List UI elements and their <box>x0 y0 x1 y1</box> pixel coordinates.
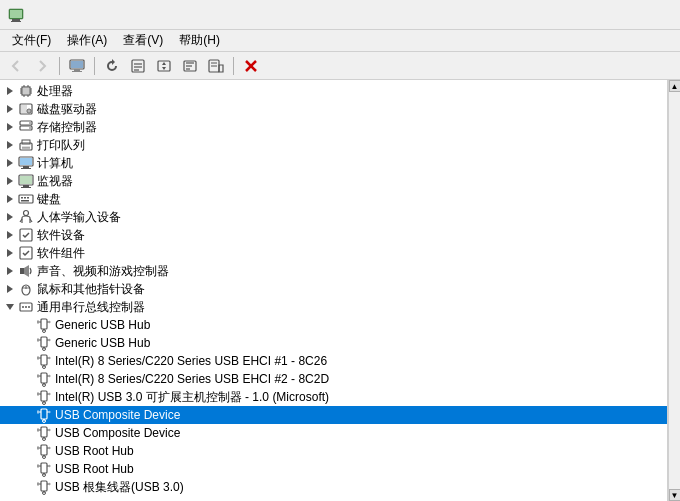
expand-btn-mouse[interactable] <box>2 281 18 297</box>
expand-btn-serial[interactable] <box>2 299 18 315</box>
expand-btn-disk[interactable] <box>2 101 18 117</box>
svg-marker-83 <box>6 304 14 310</box>
uninstall-button[interactable] <box>204 55 228 77</box>
tree-item-computer[interactable]: 计算机 <box>0 154 667 172</box>
svg-rect-109 <box>41 373 47 383</box>
expand-btn-audio[interactable] <box>2 263 18 279</box>
icon-audio <box>18 263 34 279</box>
minimize-button[interactable] <box>534 0 580 30</box>
svg-rect-64 <box>21 197 23 199</box>
icon-human <box>18 209 34 225</box>
menu-help[interactable]: 帮助(H) <box>171 30 228 51</box>
tree-item-usb-composite-2[interactable]: USB Composite Device <box>0 424 667 442</box>
tree-item-usb-composite-1[interactable]: USB Composite Device <box>0 406 667 424</box>
svg-rect-59 <box>20 176 32 184</box>
tree-item-mouse[interactable]: 鼠标和其他指针设备 <box>0 280 667 298</box>
back-icon <box>8 58 24 74</box>
expand-btn-printer[interactable] <box>2 137 18 153</box>
tree-panel[interactable]: 处理器磁盘驱动器存储控制器打印队列计算机监视器键盘人体学输入设备软件设备软件组件… <box>0 80 668 501</box>
tree-item-software-comp[interactable]: 软件组件 <box>0 244 667 262</box>
svg-rect-92 <box>37 321 39 324</box>
svg-marker-37 <box>7 105 13 113</box>
svg-marker-72 <box>7 231 13 239</box>
title-bar <box>0 0 680 30</box>
expand-btn-storage[interactable] <box>2 119 18 135</box>
expand-btn-processor[interactable] <box>2 83 18 99</box>
update-driver-button[interactable] <box>152 55 176 77</box>
menu-view[interactable]: 查看(V) <box>115 30 171 51</box>
label-storage: 存储控制器 <box>37 119 97 136</box>
svg-rect-137 <box>41 445 47 455</box>
toolbar <box>0 52 680 80</box>
icon-computer <box>18 155 34 171</box>
svg-rect-155 <box>37 483 39 486</box>
scrollbar[interactable]: ▲ ▼ <box>668 80 680 501</box>
expand-btn-intel-ehci-2 <box>20 371 36 387</box>
svg-marker-74 <box>7 249 13 257</box>
scroll-up-button[interactable]: ▲ <box>669 80 681 92</box>
back-button[interactable] <box>4 55 28 77</box>
tree-item-monitor[interactable]: 监视器 <box>0 172 667 190</box>
tree-item-intel-ehci-2[interactable]: Intel(R) 8 Series/C220 Series USB EHCI #… <box>0 370 667 388</box>
tree-item-intel-ehci-1[interactable]: Intel(R) 8 Series/C220 Series USB EHCI #… <box>0 352 667 370</box>
tree-item-processor[interactable]: 处理器 <box>0 82 667 100</box>
svg-rect-102 <box>41 355 47 365</box>
remove-button[interactable] <box>239 55 263 77</box>
toolbar-sep-2 <box>94 57 95 75</box>
tree-item-printer[interactable]: 打印队列 <box>0 136 667 154</box>
tree-item-audio[interactable]: 声音、视频和游戏控制器 <box>0 262 667 280</box>
svg-rect-56 <box>21 168 31 169</box>
svg-rect-77 <box>20 268 24 274</box>
svg-marker-143 <box>49 447 51 450</box>
menu-action[interactable]: 操作(A) <box>59 30 115 51</box>
svg-rect-6 <box>74 69 80 71</box>
tree-item-serial[interactable]: 通用串行总线控制器 <box>0 298 667 316</box>
svg-rect-95 <box>41 337 47 347</box>
refresh-button[interactable] <box>100 55 124 77</box>
label-software-dev: 软件设备 <box>37 227 85 244</box>
tree-item-human-input[interactable]: 人体学输入设备 <box>0 208 667 226</box>
expand-btn-monitor[interactable] <box>2 173 18 189</box>
tree-item-software-dev[interactable]: 软件设备 <box>0 226 667 244</box>
scroll-down-button[interactable]: ▼ <box>669 489 681 501</box>
svg-marker-101 <box>49 339 51 342</box>
svg-marker-62 <box>7 195 13 203</box>
label-printer: 打印队列 <box>37 137 85 154</box>
expand-btn-human-input[interactable] <box>2 209 18 225</box>
tree-item-storage[interactable]: 存储控制器 <box>0 118 667 136</box>
refresh-icon <box>104 58 120 74</box>
svg-point-86 <box>25 306 27 308</box>
svg-rect-67 <box>21 200 29 202</box>
expand-btn-computer[interactable] <box>2 155 18 171</box>
computer-button[interactable] <box>65 55 89 77</box>
svg-rect-106 <box>37 357 39 360</box>
expand-btn-software-comp[interactable] <box>2 245 18 261</box>
svg-rect-55 <box>23 166 29 168</box>
maximize-button[interactable] <box>580 0 626 30</box>
tree-item-usb-root-2[interactable]: USB Root Hub <box>0 460 667 478</box>
label-usb-root-3: USB 根集线器(USB 3.0) <box>55 479 184 496</box>
icon-software <box>18 245 34 261</box>
svg-point-46 <box>29 127 31 129</box>
props-button[interactable] <box>126 55 150 77</box>
expand-btn-keyboard[interactable] <box>2 191 18 207</box>
svg-rect-151 <box>41 481 47 491</box>
window-controls[interactable] <box>534 0 672 30</box>
disable-button[interactable] <box>178 55 202 77</box>
label-generic-hub-1: Generic USB Hub <box>55 318 150 332</box>
tree-item-disk[interactable]: 磁盘驱动器 <box>0 100 667 118</box>
forward-button[interactable] <box>30 55 54 77</box>
close-button[interactable] <box>626 0 672 30</box>
icon-usb <box>36 353 52 369</box>
label-intel-ehci-2: Intel(R) 8 Series/C220 Series USB EHCI #… <box>55 372 329 386</box>
tree-item-generic-hub-1[interactable]: Generic USB Hub <box>0 316 667 334</box>
tree-item-generic-hub-2[interactable]: Generic USB Hub <box>0 334 667 352</box>
svg-rect-141 <box>37 447 39 450</box>
svg-marker-14 <box>162 67 166 70</box>
tree-item-intel-usb3[interactable]: Intel(R) USB 3.0 可扩展主机控制器 - 1.0 (Microso… <box>0 388 667 406</box>
tree-item-usb-root-3[interactable]: USB 根集线器(USB 3.0) <box>0 478 667 496</box>
expand-btn-software-dev[interactable] <box>2 227 18 243</box>
tree-item-keyboard[interactable]: 键盘 <box>0 190 667 208</box>
menu-file[interactable]: 文件(F) <box>4 30 59 51</box>
tree-item-usb-root-1[interactable]: USB Root Hub <box>0 442 667 460</box>
